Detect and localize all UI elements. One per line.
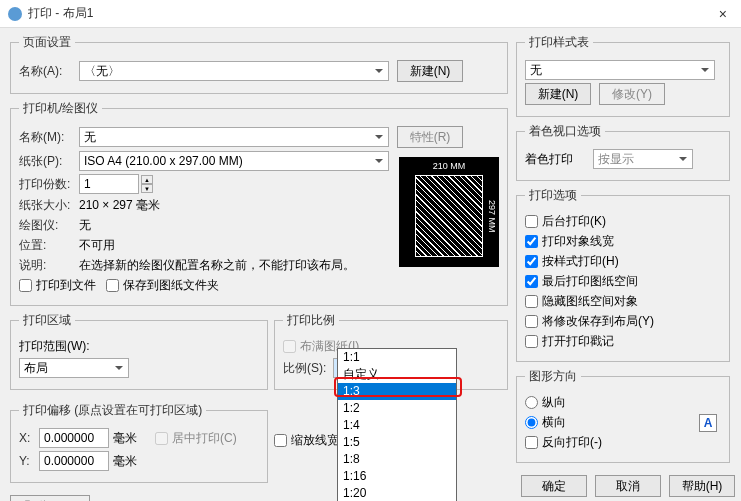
ratio-option[interactable]: 1:3 xyxy=(338,383,456,400)
dim-height-label: 297 MM xyxy=(487,175,497,257)
by-style-check[interactable]: 按样式打印(H) xyxy=(525,253,619,270)
ratio-dropdown-list[interactable]: 1:1自定义1:31:21:41:51:81:161:201:301:40 xyxy=(337,348,457,501)
print-to-file-check[interactable]: 打印到文件 xyxy=(19,277,96,294)
style-modify-button[interactable]: 修改(Y) xyxy=(599,83,665,105)
scale-lines-check[interactable]: 缩放线宽 xyxy=(274,432,339,449)
desc-label: 说明: xyxy=(19,257,79,274)
paper-select[interactable]: ISO A4 (210.00 x 297.00 MM) xyxy=(79,151,389,171)
lineweight-check[interactable]: 打印对象线宽 xyxy=(525,233,614,250)
preview-button[interactable]: 预览(P)... xyxy=(10,495,90,501)
shade-select[interactable]: 按显示 xyxy=(593,149,693,169)
dim-width-label: 210 MM xyxy=(415,161,483,171)
print-options-legend: 打印选项 xyxy=(525,187,581,204)
last-paperspace-check[interactable]: 最后打印图纸空间 xyxy=(525,273,638,290)
offset-y-unit: 毫米 xyxy=(113,453,137,470)
help-button[interactable]: 帮助(H) xyxy=(669,475,735,497)
style-new-button[interactable]: 新建(N) xyxy=(525,83,591,105)
print-area-legend: 打印区域 xyxy=(19,312,75,329)
ratio-option[interactable]: 1:8 xyxy=(338,451,456,468)
copies-input[interactable] xyxy=(79,174,139,194)
position-value: 不可用 xyxy=(79,237,115,254)
shade-group: 着色视口选项 着色打印 按显示 xyxy=(516,123,730,181)
orientation-group: 图形方向 纵向 横向 反向打印(-) A xyxy=(516,368,730,463)
style-table-legend: 打印样式表 xyxy=(525,34,593,51)
offset-x-unit: 毫米 xyxy=(113,430,137,447)
ratio-option[interactable]: 1:2 xyxy=(338,400,456,417)
reverse-print-check[interactable]: 反向打印(-) xyxy=(525,434,602,451)
offset-group: 打印偏移 (原点设置在可打印区域) X: 毫米 居中打印(C) Y: 毫米 xyxy=(10,402,268,483)
papersize-label: 纸张大小: xyxy=(19,197,79,214)
page-setup-legend: 页面设置 xyxy=(19,34,75,51)
copies-label: 打印份数: xyxy=(19,176,79,193)
paper-preview: 210 MM 297 MM xyxy=(399,157,499,267)
plotter-label: 绘图仪: xyxy=(19,217,79,234)
ratio-option[interactable]: 1:16 xyxy=(338,468,456,485)
ratio-option[interactable]: 1:4 xyxy=(338,417,456,434)
print-range-label: 打印范围(W): xyxy=(19,338,90,355)
print-range-select[interactable]: 布局 xyxy=(19,358,129,378)
printer-group: 打印机/绘图仪 名称(M): 无 特性(R) 纸张(P): ISO A4 (21… xyxy=(10,100,508,306)
shade-legend: 着色视口选项 xyxy=(525,123,605,140)
hide-paperspace-check[interactable]: 隐藏图纸空间对象 xyxy=(525,293,638,310)
save-to-paper-check[interactable]: 保存到图纸文件夹 xyxy=(106,277,219,294)
offset-x-label: X: xyxy=(19,431,39,445)
orientation-legend: 图形方向 xyxy=(525,368,581,385)
paper-label: 纸张(P): xyxy=(19,153,79,170)
desc-value: 在选择新的绘图仪配置名称之前，不能打印该布局。 xyxy=(79,257,355,274)
printer-name-select[interactable]: 无 xyxy=(79,127,389,147)
center-print-check[interactable]: 居中打印(C) xyxy=(155,430,237,447)
offset-y-label: Y: xyxy=(19,454,39,468)
close-icon[interactable]: × xyxy=(713,4,733,24)
app-icon xyxy=(8,7,22,21)
scale-legend: 打印比例 xyxy=(283,312,339,329)
page-name-select[interactable]: 〈无〉 xyxy=(79,61,389,81)
ratio-option[interactable]: 1:1 xyxy=(338,349,456,366)
print-area-group: 打印区域 打印范围(W): 布局 xyxy=(10,312,268,390)
printer-name-label: 名称(M): xyxy=(19,129,79,146)
ok-button[interactable]: 确定 xyxy=(521,475,587,497)
page-name-label: 名称(A): xyxy=(19,63,79,80)
landscape-radio[interactable]: 横向 xyxy=(525,414,566,431)
offset-legend: 打印偏移 (原点设置在可打印区域) xyxy=(19,402,206,419)
open-stamp-check[interactable]: 打开打印戳记 xyxy=(525,333,614,350)
printer-properties-button[interactable]: 特性(R) xyxy=(397,126,463,148)
page-new-button[interactable]: 新建(N) xyxy=(397,60,463,82)
style-table-group: 打印样式表 无 新建(N) 修改(Y) xyxy=(516,34,730,117)
window-title: 打印 - 布局1 xyxy=(28,5,713,22)
cancel-button[interactable]: 取消 xyxy=(595,475,661,497)
position-label: 位置: xyxy=(19,237,79,254)
style-table-select[interactable]: 无 xyxy=(525,60,715,80)
ratio-label: 比例(S): xyxy=(283,360,333,377)
page-setup-group: 页面设置 名称(A): 〈无〉 新建(N) xyxy=(10,34,508,94)
save-changes-check[interactable]: 将修改保存到布局(Y) xyxy=(525,313,654,330)
ratio-option[interactable]: 自定义 xyxy=(338,366,456,383)
background-print-check[interactable]: 后台打印(K) xyxy=(525,213,606,230)
offset-x-input[interactable] xyxy=(39,428,109,448)
orientation-icon: A xyxy=(699,414,717,432)
ratio-option[interactable]: 1:20 xyxy=(338,485,456,501)
ratio-option[interactable]: 1:5 xyxy=(338,434,456,451)
papersize-value: 210 × 297 毫米 xyxy=(79,197,160,214)
offset-y-input[interactable] xyxy=(39,451,109,471)
shade-label: 着色打印 xyxy=(525,151,573,168)
plotter-value: 无 xyxy=(79,217,91,234)
portrait-radio[interactable]: 纵向 xyxy=(525,394,566,411)
copies-spin[interactable]: ▲▼ xyxy=(141,175,153,193)
print-options-group: 打印选项 后台打印(K) 打印对象线宽 按样式打印(H) 最后打印图纸空间 隐藏… xyxy=(516,187,730,362)
printer-legend: 打印机/绘图仪 xyxy=(19,100,102,117)
